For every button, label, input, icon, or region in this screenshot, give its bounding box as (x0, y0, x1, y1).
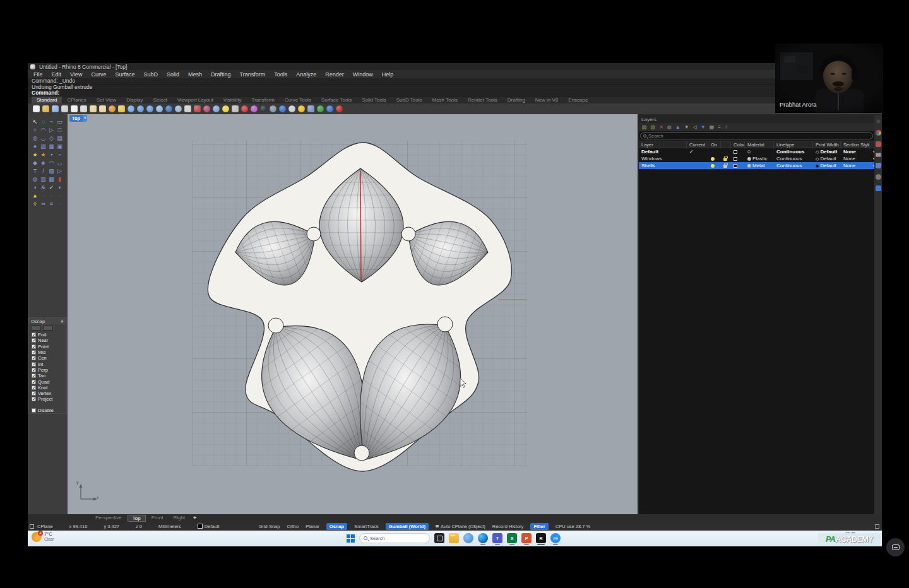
viewport-tab[interactable]: Perspective (91, 515, 126, 522)
tool-icon[interactable]: ▲ (31, 192, 39, 200)
gear-icon[interactable] (60, 319, 64, 324)
layers-toolbar-icon[interactable]: ? (725, 124, 727, 131)
toolbar-icon[interactable] (270, 105, 276, 112)
checkbox[interactable] (32, 350, 36, 355)
taskbar-app-icon[interactable]: zm (550, 533, 561, 543)
toolbar-icon[interactable] (137, 105, 144, 112)
status-toggle[interactable]: SmartTrack (354, 524, 378, 529)
status-toggle[interactable]: Grid Snap (259, 524, 280, 529)
toolbar-icon[interactable] (184, 105, 191, 112)
tool-icon[interactable]: & (39, 184, 47, 192)
tool-icon[interactable]: ◠ (39, 126, 47, 134)
toolbar-icon[interactable] (241, 105, 248, 112)
osnap-option[interactable]: Tan (29, 373, 66, 379)
start-button[interactable] (347, 534, 355, 543)
toolbar-tab[interactable]: Enscape (563, 97, 593, 103)
toolbar-icon[interactable] (109, 105, 116, 112)
tool-icon[interactable]: ◡ (56, 159, 64, 167)
viewport-label[interactable]: Top ▾ (69, 115, 87, 122)
tool-icon[interactable]: · (47, 192, 56, 200)
toolbar-icon[interactable] (298, 105, 305, 112)
toolbar-icon[interactable] (146, 105, 153, 112)
checkbox[interactable] (32, 332, 36, 337)
camera-panel-icon[interactable] (876, 174, 881, 180)
tool-icon[interactable]: · (56, 192, 64, 200)
menu-item[interactable]: Analyze (292, 71, 321, 78)
toolbar-tab[interactable]: Select (148, 97, 172, 103)
status-item[interactable]: Default (198, 524, 220, 529)
toolbar-icon[interactable] (203, 105, 210, 112)
layer-linetype[interactable]: Continuous (774, 156, 813, 162)
status-toggle[interactable]: Osnap (326, 523, 347, 530)
tool-icon[interactable]: ▫ (56, 151, 64, 159)
layer-linetype[interactable]: Continuous (774, 163, 813, 168)
layers-column-header[interactable]: Current (687, 141, 708, 149)
toolbar-tab[interactable]: Surface Tools (316, 97, 357, 103)
tool-icon[interactable]: ▤ (56, 134, 64, 143)
toolbar-tab[interactable]: Visibility (218, 97, 247, 103)
osnap-option[interactable]: Point (29, 344, 66, 350)
tool-icon[interactable]: ◍ (31, 175, 39, 184)
layers-column-header[interactable]: Print Width (813, 141, 841, 149)
checkbox[interactable] (32, 408, 36, 413)
status-toggle[interactable]: Filter (530, 523, 548, 530)
toolbar-icon[interactable] (42, 105, 49, 112)
tool-icon[interactable]: ◈ (39, 159, 47, 167)
current-layer-check[interactable]: ✓ (689, 149, 694, 155)
tool-icon[interactable]: ◌ (39, 118, 47, 126)
layer-section-style[interactable]: None (841, 149, 870, 155)
osnap-option[interactable]: Vertex (29, 391, 66, 396)
osnap-option[interactable]: Mid (29, 350, 66, 355)
layer-material-icon[interactable] (747, 164, 751, 168)
layer-color-swatch[interactable] (734, 157, 737, 161)
toolbar-tab[interactable]: Display (121, 97, 148, 103)
layers-toolbar-icon[interactable]: ◁ (693, 124, 697, 131)
toolbar-icon[interactable] (317, 105, 324, 112)
toolbar-icon[interactable] (279, 105, 286, 112)
menu-item[interactable]: Render (321, 71, 348, 78)
layer-on-bulb-icon[interactable] (711, 157, 715, 161)
tool-icon[interactable]: ~ (47, 118, 56, 126)
toolbar-tab[interactable]: Render Tools (463, 97, 502, 103)
viewport-tab[interactable]: Front (147, 515, 168, 522)
layer-name[interactable]: Windows (639, 156, 687, 162)
toolbar-icon[interactable] (336, 105, 343, 112)
layers-toolbar-icon[interactable]: ▦ (710, 124, 715, 131)
taskbar-app-icon[interactable] (449, 533, 459, 543)
toolbar-icon[interactable] (232, 105, 239, 112)
tool-icon[interactable]: ▥ (39, 175, 47, 184)
layers-toolbar-icon[interactable]: ✕ (659, 124, 663, 131)
osnap-option[interactable]: Perp (29, 367, 66, 373)
checkbox[interactable] (32, 380, 36, 384)
tool-icon[interactable]: ✓ (47, 184, 56, 192)
status-item[interactable]: CPlane (37, 524, 53, 529)
menu-item[interactable]: Surface (110, 71, 139, 78)
tool-icon[interactable]: ▷ (56, 167, 64, 175)
status-left-icon[interactable] (30, 524, 34, 529)
toolbar-icon[interactable] (175, 105, 182, 112)
osnap-option[interactable]: End (29, 332, 66, 338)
viewport-tab[interactable]: Right (169, 515, 189, 522)
tool-icon[interactable]: T (31, 167, 39, 175)
layer-section-style[interactable]: None (841, 156, 870, 162)
layer-name[interactable]: Default (639, 149, 687, 155)
layers-column-header[interactable]: Color (731, 141, 745, 149)
tool-icon[interactable]: ◊ (31, 200, 39, 208)
osnap-disable[interactable]: Disable (29, 408, 66, 413)
layers-toolbar-icon[interactable]: ▧ (651, 124, 656, 131)
command-prompt[interactable]: Command: (28, 90, 882, 97)
layer-row[interactable]: Default ✓ Continuous ◇Default None (639, 148, 874, 155)
layer-color-swatch[interactable] (734, 150, 737, 154)
toolbar-tab[interactable]: New in V8 (530, 97, 563, 103)
taskbar-search[interactable]: Search (359, 533, 430, 543)
tool-icon[interactable]: ▩ (47, 175, 56, 184)
toolbar-icon[interactable] (288, 105, 295, 112)
tool-icon[interactable]: ◆ (31, 159, 39, 167)
osnap-toggle-button[interactable] (31, 326, 41, 331)
tool-icon[interactable]: ◠ (47, 159, 56, 167)
checkbox[interactable] (32, 344, 36, 349)
menu-item[interactable]: View (66, 71, 86, 78)
tool-icon[interactable]: ◇ (47, 134, 56, 143)
tool-icon[interactable]: ★ (31, 151, 39, 159)
tool-icon[interactable]: / (39, 167, 47, 175)
